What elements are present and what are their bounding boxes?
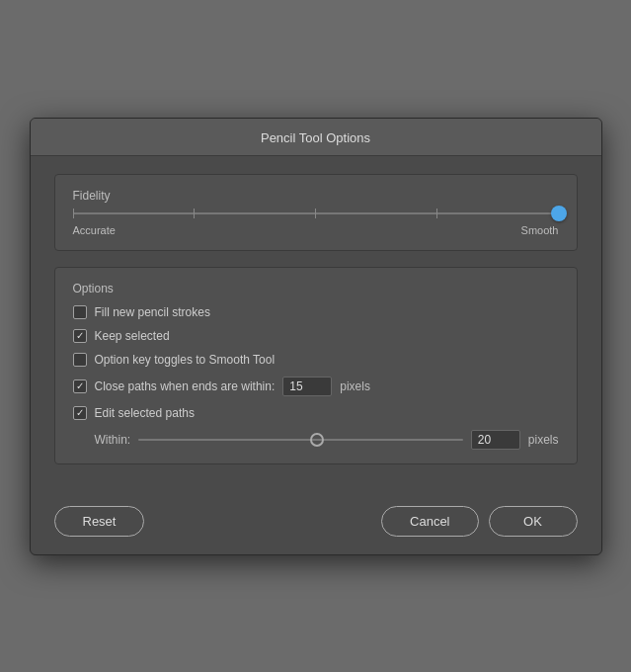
checkbox-edit-selected[interactable] <box>73 406 87 420</box>
tick-0 <box>73 209 74 218</box>
label-keep-selected: Keep selected <box>95 329 170 343</box>
option-keep-selected: Keep selected <box>73 329 559 343</box>
fidelity-slider-track[interactable] <box>73 212 559 214</box>
right-buttons: Cancel OK <box>381 506 577 537</box>
options-section: Options Fill new pencil strokes Keep sel… <box>54 267 578 464</box>
options-label: Options <box>73 282 559 295</box>
reset-button[interactable]: Reset <box>54 506 145 537</box>
fidelity-slider-container <box>73 212 559 214</box>
option-edit-selected: Edit selected paths <box>73 406 559 420</box>
within-row: Within: pixels <box>73 430 559 450</box>
button-row: Reset Cancel OK <box>31 496 601 554</box>
option-close-paths: Close paths when ends are within: pixels <box>73 377 559 396</box>
tick-1 <box>194 209 195 218</box>
within-slider-track[interactable] <box>138 439 463 441</box>
cancel-button[interactable]: Cancel <box>381 506 478 537</box>
close-paths-input[interactable] <box>282 377 332 396</box>
label-option-key: Option key toggles to Smooth Tool <box>95 353 276 367</box>
title-bar: Pencil Tool Options <box>31 119 601 156</box>
within-unit: pixels <box>528 433 559 447</box>
within-input[interactable] <box>471 430 520 450</box>
tick-2 <box>315 209 316 218</box>
checkbox-option-key[interactable] <box>73 353 87 367</box>
checkbox-close-paths[interactable] <box>73 379 87 393</box>
option-fill-new: Fill new pencil strokes <box>73 305 559 319</box>
close-paths-unit: pixels <box>340 379 370 393</box>
within-label: Within: <box>95 433 131 447</box>
label-edit-selected: Edit selected paths <box>95 406 195 420</box>
tick-3 <box>436 209 437 218</box>
fidelity-slider-thumb[interactable] <box>551 206 567 221</box>
fidelity-section: Fidelity Accurate Smooth <box>54 174 578 251</box>
dialog-title: Pencil Tool Options <box>261 130 370 145</box>
ok-button[interactable]: OK <box>489 506 578 537</box>
fidelity-ticks <box>73 209 559 218</box>
fidelity-min-label: Accurate <box>73 224 116 236</box>
checkbox-fill-new[interactable] <box>73 305 87 319</box>
dialog: Pencil Tool Options Fidelity <box>30 118 602 555</box>
fidelity-slider-labels: Accurate Smooth <box>73 224 559 236</box>
fidelity-max-label: Smooth <box>521 224 559 236</box>
checkbox-keep-selected[interactable] <box>73 329 87 343</box>
fidelity-label: Fidelity <box>73 189 559 203</box>
dialog-content: Fidelity Accurate Smooth <box>31 156 601 496</box>
label-fill-new: Fill new pencil strokes <box>95 305 210 319</box>
option-option-key: Option key toggles to Smooth Tool <box>73 353 559 367</box>
within-slider-thumb[interactable] <box>310 433 324 447</box>
label-close-paths: Close paths when ends are within: <box>95 379 276 393</box>
